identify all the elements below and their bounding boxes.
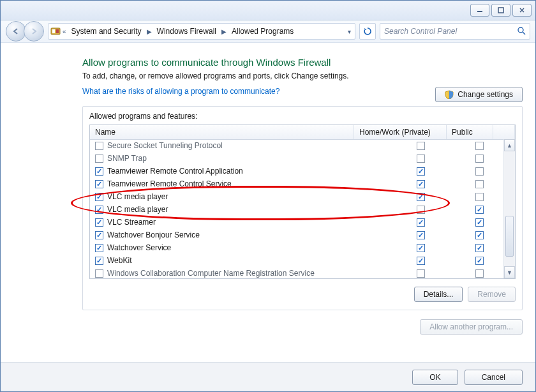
enable-checkbox[interactable]: [95, 167, 103, 176]
table-row[interactable]: SNMP Trap: [90, 152, 504, 165]
table-row[interactable]: Watchover Service: [90, 241, 504, 254]
cancel-button[interactable]: Cancel: [465, 370, 523, 385]
public-checkbox[interactable]: [475, 244, 484, 252]
ok-button[interactable]: OK: [412, 370, 458, 385]
grid-header: Name Home/Work (Private) Public: [90, 125, 515, 140]
homework-checkbox[interactable]: [417, 269, 425, 278]
homework-cell: [382, 218, 463, 227]
public-checkbox[interactable]: [475, 193, 484, 201]
enable-checkbox[interactable]: [95, 193, 103, 201]
public-checkbox[interactable]: [475, 142, 484, 150]
chevron-right-icon: «: [61, 28, 68, 35]
enable-checkbox[interactable]: [95, 269, 103, 278]
program-name: SNMP Trap: [107, 154, 382, 163]
enable-checkbox[interactable]: [95, 180, 103, 188]
details-button[interactable]: Details...: [414, 287, 463, 302]
forward-button[interactable]: [24, 21, 44, 41]
maximize-button[interactable]: [491, 4, 510, 17]
col-homework[interactable]: Home/Work (Private): [354, 125, 447, 139]
enable-checkbox[interactable]: [95, 218, 103, 227]
program-name: WebKit: [107, 256, 382, 265]
window-root: { "titlebar": { "min":"", "max":"", "clo…: [0, 0, 536, 392]
col-name[interactable]: Name: [90, 125, 354, 139]
enable-checkbox[interactable]: [95, 155, 103, 163]
programs-grid: Name Home/Work (Private) Public Secure S…: [89, 124, 516, 279]
public-checkbox[interactable]: [475, 231, 484, 239]
public-checkbox[interactable]: [475, 155, 484, 163]
homework-checkbox[interactable]: [417, 231, 425, 239]
program-name: Teamviewer Remote Control Service: [107, 179, 382, 188]
allow-another-program-button[interactable]: Allow another program...: [420, 319, 523, 335]
enable-checkbox[interactable]: [95, 142, 103, 150]
breadcrumb[interactable]: « System and Security ▶ Windows Firewall…: [48, 23, 355, 40]
table-row[interactable]: Windows Collaboration Computer Name Regi…: [90, 267, 504, 278]
table-row[interactable]: WebKit: [90, 254, 504, 267]
remove-button[interactable]: Remove: [468, 287, 516, 302]
homework-checkbox[interactable]: [417, 155, 425, 163]
minimize-icon: [477, 7, 483, 13]
table-row[interactable]: VLC media player: [90, 190, 504, 203]
homework-checkbox[interactable]: [417, 167, 425, 176]
panel-footer: Details... Remove: [83, 285, 522, 310]
refresh-button[interactable]: [359, 23, 376, 40]
public-checkbox[interactable]: [475, 218, 484, 227]
table-row[interactable]: Secure Socket Tunneling Protocol: [90, 139, 504, 152]
homework-checkbox[interactable]: [417, 180, 425, 188]
close-button[interactable]: [512, 4, 532, 17]
public-cell: [463, 167, 499, 176]
refresh-icon: [363, 27, 372, 36]
search-input[interactable]: Search Control Panel: [380, 23, 530, 40]
homework-cell: [382, 257, 463, 265]
enable-checkbox[interactable]: [95, 231, 103, 239]
risks-link[interactable]: What are the risks of allowing a program…: [82, 87, 279, 96]
homework-checkbox[interactable]: [417, 206, 425, 214]
public-cell: [463, 180, 499, 188]
page-title: Allow programs to communicate through Wi…: [82, 57, 523, 68]
breadcrumb-seg-0[interactable]: System and Security: [68, 24, 145, 38]
shield-icon: [445, 90, 454, 99]
breadcrumb-seg-1[interactable]: Windows Firewall: [153, 24, 220, 38]
homework-cell: [382, 180, 463, 188]
public-cell: [463, 193, 499, 201]
scroll-thumb[interactable]: [505, 216, 514, 257]
homework-checkbox[interactable]: [417, 193, 425, 201]
table-row[interactable]: Watchover Bonjour Service: [90, 229, 504, 241]
enable-checkbox[interactable]: [95, 244, 103, 252]
enable-checkbox[interactable]: [95, 257, 103, 265]
public-cell: [463, 269, 499, 278]
public-checkbox[interactable]: [475, 180, 484, 188]
program-name: Teamviewer Remote Control Application: [107, 167, 382, 176]
public-checkbox[interactable]: [475, 269, 484, 278]
change-settings-button[interactable]: Change settings: [435, 87, 523, 102]
scroll-down-button[interactable]: ▼: [504, 266, 515, 278]
homework-checkbox[interactable]: [417, 257, 425, 265]
homework-checkbox[interactable]: [417, 218, 425, 227]
maximize-icon: [498, 7, 504, 13]
table-row[interactable]: Teamviewer Remote Control Application: [90, 165, 504, 177]
public-cell: [463, 231, 499, 239]
table-row[interactable]: VLC media player: [90, 203, 504, 216]
program-name: Watchover Bonjour Service: [107, 230, 382, 239]
svg-rect-0: [477, 11, 482, 12]
homework-checkbox[interactable]: [417, 244, 425, 252]
grid-rows: Secure Socket Tunneling ProtocolSNMP Tra…: [90, 139, 504, 278]
chevron-right-icon: ▶: [145, 28, 153, 35]
public-cell: [463, 257, 499, 265]
enable-checkbox[interactable]: [95, 206, 103, 214]
scroll-up-button[interactable]: ▲: [504, 139, 515, 151]
minimize-button[interactable]: [470, 4, 489, 17]
homework-checkbox[interactable]: [417, 142, 425, 150]
public-checkbox[interactable]: [475, 206, 484, 214]
homework-cell: [382, 244, 463, 252]
breadcrumb-seg-2[interactable]: Allowed Programs: [228, 24, 297, 38]
back-arrow-icon: [12, 27, 20, 35]
table-row[interactable]: Teamviewer Remote Control Service: [90, 177, 504, 190]
col-public[interactable]: Public: [447, 125, 493, 139]
scrollbar[interactable]: ▲ ▼: [503, 139, 515, 278]
navbar: « System and Security ▶ Windows Firewall…: [1, 20, 535, 43]
chevron-down-icon[interactable]: ▾: [348, 28, 351, 35]
table-row[interactable]: VLC Streamer: [90, 216, 504, 229]
homework-cell: [382, 167, 463, 176]
public-checkbox[interactable]: [475, 257, 484, 265]
public-checkbox[interactable]: [475, 167, 484, 176]
